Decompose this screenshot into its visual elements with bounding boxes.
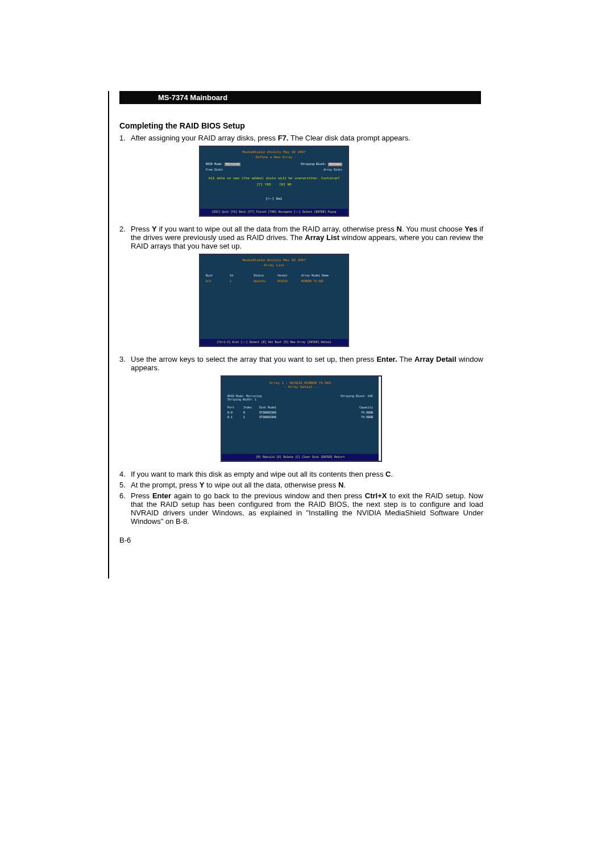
- bios-title: Array 1 : NVIDIA MIRROR 74.58G: [222, 377, 379, 385]
- cell: 0.1: [227, 416, 241, 419]
- raid-mode-value: Mirrored: [225, 163, 240, 166]
- step-text: Press Enter again to go back to the prev…: [131, 491, 483, 526]
- step-num: 1.: [119, 134, 131, 142]
- overwrite-warning: All data on new (the added) disks will b…: [206, 176, 342, 180]
- col-model: Disk Model: [259, 406, 348, 410]
- cell: 0.0: [227, 411, 241, 415]
- cell: N/A: [206, 280, 226, 283]
- header-bar: MS-7374 Mainboard: [119, 91, 481, 104]
- free-disks-label: Free Disks: [206, 168, 223, 172]
- step-num: 2.: [119, 225, 131, 250]
- table-header: Port Index Disk Model Capacity: [222, 404, 379, 411]
- col-index: Index: [243, 406, 257, 410]
- step-text: Use the arrow keys to select the array t…: [131, 355, 483, 372]
- bios-subtitle: - Array Detail -: [222, 385, 379, 392]
- bios-footer: [R] Rebuild [D] Delete [C] Clear Disk [E…: [222, 454, 379, 461]
- step-5: 5. At the prompt, press Y to wipe out al…: [119, 481, 483, 489]
- step-4: 4. If you want to mark this disk as empt…: [119, 470, 483, 478]
- array-disks-label: Array Disks: [323, 168, 342, 172]
- step-3: 3. Use the arrow keys to select the arra…: [119, 355, 483, 372]
- step-1: 1. After assigning your RAID array disks…: [119, 134, 483, 142]
- step-6: 6. Press Enter again to go back to the p…: [119, 491, 483, 526]
- step-text: After assigning your RAID array disks, p…: [131, 134, 483, 142]
- cell: MIRROR 74.58G: [301, 280, 342, 283]
- page-number: B-6: [119, 536, 483, 544]
- step-text: If you want to mark this disk as empty a…: [131, 470, 483, 478]
- cell: 0: [243, 411, 257, 415]
- step-num: 5.: [119, 481, 131, 489]
- strip-width-meta: Striping Width: 1: [227, 398, 262, 402]
- header-title: MS-7374 Mainboard: [158, 93, 227, 102]
- col-status: Status: [254, 274, 274, 278]
- table-row: 0.1 1 ST380023AS 74.58GB: [222, 415, 379, 420]
- step-num: 6.: [119, 491, 131, 526]
- strip-value: Optimal: [328, 163, 342, 166]
- no-option: [N] NO: [279, 183, 292, 187]
- figure-clear-prompt: MediaShield Utility May 20 2007 - Define…: [199, 146, 349, 217]
- step-text: Press Y if you want to wipe out all the …: [131, 225, 483, 250]
- cell: ST380023AS: [259, 416, 348, 419]
- cell: 74.58GB: [350, 411, 373, 415]
- figure-array-list: MediaShield Utility May 20 2007 - Array …: [199, 254, 349, 347]
- table-header: Boot Id Status Vendor Array Model Name: [206, 271, 342, 279]
- cell: 1: [243, 416, 257, 419]
- cell: 74.58GB: [350, 416, 373, 419]
- cell: ST380023AS: [259, 411, 348, 415]
- raid-mode-label: RAID Mode:: [206, 163, 223, 166]
- step-num: 4.: [119, 470, 131, 478]
- step-num: 3.: [119, 355, 131, 372]
- step-2: 2. Press Y if you want to wipe out all t…: [119, 225, 483, 250]
- col-id: Id: [230, 274, 250, 278]
- del-hint: [<-] Del: [206, 197, 342, 201]
- col-vendor: Vendor: [277, 274, 298, 278]
- step-text: At the prompt, press Y to wipe out all t…: [131, 481, 483, 489]
- bios-subtitle: - Array List -: [200, 263, 348, 270]
- strip-block-meta: Striping Block: 64K: [341, 395, 373, 402]
- bios-subtitle: - Define a New Array -: [200, 155, 348, 162]
- page: MS-7374 Mainboard Completing the RAID BI…: [0, 0, 614, 578]
- cell: 2: [230, 280, 250, 283]
- col-port: Port: [227, 406, 241, 410]
- bios-footer: [Ctrl-X] Exit [↓↑] Select [B] Set Boot […: [200, 339, 348, 346]
- left-margin-rule: [108, 91, 109, 578]
- col-capacity: Capacity: [350, 406, 373, 410]
- table-row: 0.0 0 ST380023AS 74.58GB: [222, 411, 379, 415]
- strip-label: Striping Block:: [301, 163, 326, 166]
- col-model: Array Model Name: [301, 274, 342, 278]
- content: MS-7374 Mainboard Completing the RAID BI…: [119, 91, 483, 544]
- bios-footer: [ESC] Quit [F6] Back [F7] Finish [TAB] N…: [200, 209, 348, 216]
- cell: NVIDIA: [277, 280, 298, 283]
- section-title: Completing the RAID BIOS Setup: [119, 121, 483, 130]
- figure-array-detail: Array 1 : NVIDIA MIRROR 74.58G - Array D…: [221, 375, 382, 462]
- col-boot: Boot: [206, 274, 226, 278]
- cell: Healthy: [254, 280, 274, 283]
- yes-option: [Y] YES: [256, 183, 271, 187]
